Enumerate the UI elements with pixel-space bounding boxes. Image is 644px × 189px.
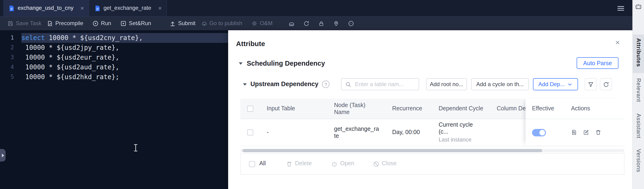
- lock-icon[interactable]: [318, 21, 324, 27]
- open-label: Open: [340, 160, 354, 167]
- select-all-checkbox[interactable]: [247, 106, 253, 112]
- tab-assistant[interactable]: Assistant: [633, 110, 644, 144]
- view-details-icon[interactable]: [571, 129, 577, 135]
- filter-funnel-icon: [588, 81, 594, 87]
- scrollbar-thumb[interactable]: [242, 149, 542, 152]
- format-code-icon[interactable]: [288, 21, 294, 27]
- code-line[interactable]: 4 10000 * ${usd2aud_rate},: [0, 62, 228, 72]
- precompile-button[interactable]: Precompile: [47, 20, 83, 27]
- column-header-input-table: Input Table: [260, 99, 328, 119]
- code-line[interactable]: 1select 10000 * ${usd2cny_rate},: [0, 33, 228, 43]
- subsection-title: Upstream Dependency: [250, 81, 318, 88]
- all-checkbox[interactable]: [249, 161, 255, 167]
- delete-button[interactable]: Delete: [286, 160, 312, 167]
- code-line[interactable]: 3 10000 * ${usd2eur_rate},: [0, 53, 228, 62]
- row-checkbox[interactable]: [247, 129, 253, 135]
- column-header-dependent-cycle: Dependent Cycle: [432, 99, 490, 119]
- code-editor[interactable]: 1select 10000 * ${usd2cny_rate}, 2 10000…: [0, 30, 228, 189]
- submit-label: Submit: [178, 20, 196, 27]
- tab-attributes[interactable]: Attributes: [633, 35, 644, 73]
- add-dependency-label: Add Dep...: [538, 81, 564, 88]
- sql-keyword: select: [21, 33, 45, 43]
- submit-button[interactable]: Submit: [170, 20, 196, 27]
- publish-label: Go to publish: [209, 20, 242, 27]
- close-label: Close: [382, 160, 396, 167]
- set-run-label: Set&Run: [129, 20, 151, 27]
- line-number: 5: [0, 72, 21, 82]
- text-cursor-ibeam: [133, 144, 138, 152]
- run-icon: [92, 21, 98, 27]
- right-tab-strip: Attributes Relevant Assistant Versions: [632, 0, 644, 189]
- collapse-caret-icon[interactable]: [243, 83, 247, 86]
- close-panel-icon[interactable]: ×: [615, 39, 620, 47]
- delete-label: Delete: [295, 160, 312, 167]
- code-text: 10000 * ${usd2hkd_rate};: [21, 72, 119, 82]
- row-actions: [564, 119, 624, 146]
- location-pin-icon[interactable]: [333, 21, 339, 27]
- app-root: exchange_usd_to_cny × get_exchange_rate …: [0, 0, 644, 189]
- reload-list-button[interactable]: [600, 78, 612, 90]
- code-text: 10000 * ${usd2aud_rate},: [21, 62, 119, 72]
- cell-dependent-cycle: Current cycle (c... Last instance: [432, 119, 490, 146]
- menu-icon[interactable]: [617, 5, 624, 12]
- tab-label: get_exchange_rate: [104, 5, 151, 12]
- tab-assistant-label: Assistant: [635, 110, 642, 142]
- column-header-column-dep: Column Dep...: [490, 99, 526, 119]
- table-search-box: [341, 78, 419, 90]
- chevron-right-icon: [2, 153, 4, 157]
- set-and-run-button[interactable]: Set&Run: [120, 20, 151, 27]
- close-tab-icon[interactable]: ×: [80, 5, 84, 11]
- dependent-cycle-value: Current cycle (c...: [439, 121, 484, 135]
- tab-versions[interactable]: Versions: [633, 145, 644, 178]
- upstream-dependency-table: Input Table Node (Task) Name Recurrence …: [240, 99, 624, 146]
- code-line[interactable]: 2 10000 * ${usd2jpy_rate},: [0, 43, 228, 53]
- effective-toggle[interactable]: [532, 129, 546, 136]
- line-number: 3: [0, 53, 21, 62]
- pinned-columns: Effective Actions: [526, 99, 624, 146]
- save-task-label: Save Task: [16, 20, 41, 27]
- editor-tab-bar: exchange_usd_to_cny × get_exchange_rate …: [0, 0, 632, 16]
- upstream-dependency-section: Upstream Dependency ?: [243, 81, 330, 88]
- expand-left-panel-handle[interactable]: [0, 149, 6, 161]
- edit-icon[interactable]: [583, 129, 589, 135]
- delete-icon[interactable]: [595, 129, 601, 135]
- code-text: 10000 * ${usd2eur_rate},: [21, 53, 119, 62]
- code-line[interactable]: 5 10000 * ${usd2hkd_rate};: [0, 72, 228, 82]
- line-number: 1: [0, 33, 21, 43]
- refresh-icon: [603, 81, 609, 87]
- submit-icon: [170, 21, 176, 27]
- close-button[interactable]: Close: [373, 160, 396, 167]
- attribute-panel: Attribute × Scheduling Dependency Auto P…: [228, 30, 632, 189]
- editor-toolbar: Save Task Precompile Run Set&Run Submit …: [0, 16, 632, 30]
- add-root-node-button[interactable]: Add root no...: [426, 78, 467, 90]
- column-header-recurrence: Recurrence: [386, 99, 432, 119]
- go-to-publish-button[interactable]: Go to publish: [201, 20, 242, 27]
- search-input[interactable]: [354, 81, 415, 88]
- column-header-node-name: Node (Task) Name: [328, 99, 386, 119]
- add-cycle-button[interactable]: Add a cycle on th...: [471, 78, 529, 90]
- tab-get-exchange-rate[interactable]: get_exchange_rate ×: [89, 0, 167, 16]
- cell-column-dep: [490, 119, 526, 146]
- run-button[interactable]: Run: [92, 20, 111, 27]
- tab-relevant[interactable]: Relevant: [633, 75, 644, 108]
- help-question-icon[interactable]: ?: [322, 81, 330, 88]
- om-button[interactable]: O&M: [252, 20, 273, 27]
- scheduling-dependency-section: Scheduling Dependency: [239, 59, 325, 68]
- add-dependency-button[interactable]: Add Dep...: [533, 78, 578, 90]
- chevron-down-icon: [568, 82, 573, 87]
- auto-parse-button[interactable]: Auto Parse: [577, 57, 618, 69]
- refresh-icon[interactable]: [303, 21, 309, 27]
- om-label: O&M: [260, 20, 273, 27]
- close-tab-icon[interactable]: ×: [158, 5, 162, 11]
- publish-cloud-icon: [201, 21, 207, 27]
- cell-recurrence: Day, 00:00: [386, 119, 432, 146]
- code-text: 10000 * ${usd2jpy_rate},: [21, 43, 119, 53]
- all-label: All: [259, 160, 266, 167]
- collapse-caret-icon[interactable]: [239, 62, 242, 65]
- tab-exchange-usd-to-cny[interactable]: exchange_usd_to_cny ×: [3, 0, 89, 16]
- filter-button[interactable]: [584, 78, 596, 90]
- open-button[interactable]: Open: [331, 160, 354, 167]
- assistant-panel-icon[interactable]: [635, 4, 642, 10]
- save-task-button[interactable]: Save Task: [8, 20, 41, 27]
- more-options-icon[interactable]: [348, 21, 354, 27]
